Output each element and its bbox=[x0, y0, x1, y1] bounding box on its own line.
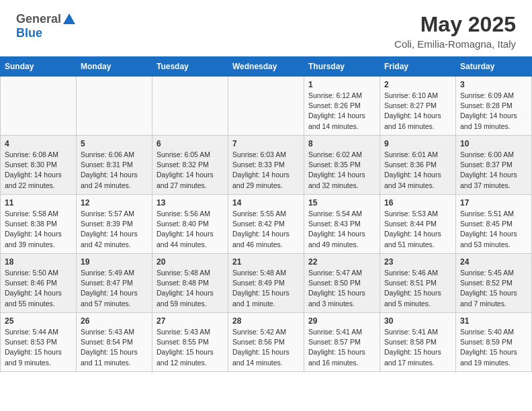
weekday-header-saturday: Saturday bbox=[456, 57, 532, 77]
day-info: Sunrise: 6:09 AMSunset: 8:28 PMDaylight:… bbox=[460, 91, 527, 132]
day-number: 21 bbox=[232, 257, 300, 267]
day-number: 1 bbox=[308, 80, 375, 89]
calendar-cell: 22Sunrise: 5:47 AMSunset: 8:50 PMDayligh… bbox=[304, 254, 380, 313]
day-number: 30 bbox=[384, 316, 451, 326]
day-number: 7 bbox=[232, 139, 300, 148]
calendar-cell: 2Sunrise: 6:10 AMSunset: 8:27 PMDaylight… bbox=[380, 77, 456, 136]
day-number: 2 bbox=[384, 80, 451, 89]
day-number: 4 bbox=[5, 139, 72, 148]
calendar-cell: 26Sunrise: 5:43 AMSunset: 8:54 PMDayligh… bbox=[77, 313, 152, 372]
day-info: Sunrise: 6:01 AMSunset: 8:36 PMDaylight:… bbox=[384, 150, 451, 191]
calendar-cell: 6Sunrise: 6:05 AMSunset: 8:32 PMDaylight… bbox=[152, 136, 228, 195]
svg-marker-0 bbox=[63, 13, 75, 24]
calendar-cell: 27Sunrise: 5:43 AMSunset: 8:55 PMDayligh… bbox=[152, 313, 228, 372]
day-info: Sunrise: 5:48 AMSunset: 8:49 PMDaylight:… bbox=[232, 268, 300, 309]
day-number: 19 bbox=[81, 257, 148, 267]
day-number: 11 bbox=[5, 198, 72, 208]
calendar-cell bbox=[1, 77, 77, 136]
day-number: 17 bbox=[460, 198, 527, 208]
day-number: 12 bbox=[81, 198, 148, 208]
day-info: Sunrise: 5:44 AMSunset: 8:53 PMDaylight:… bbox=[5, 327, 72, 368]
logo-blue-text: Blue bbox=[16, 26, 42, 40]
calendar-cell: 14Sunrise: 5:55 AMSunset: 8:42 PMDayligh… bbox=[228, 195, 304, 254]
day-number: 27 bbox=[157, 316, 224, 326]
weekday-header-row: SundayMondayTuesdayWednesdayThursdayFrid… bbox=[1, 57, 532, 77]
calendar-cell: 7Sunrise: 6:03 AMSunset: 8:33 PMDaylight… bbox=[228, 136, 304, 195]
day-info: Sunrise: 6:00 AMSunset: 8:37 PMDaylight:… bbox=[460, 150, 527, 191]
calendar-cell: 25Sunrise: 5:44 AMSunset: 8:53 PMDayligh… bbox=[1, 313, 77, 372]
weekday-header-monday: Monday bbox=[77, 57, 152, 77]
day-number: 28 bbox=[232, 316, 300, 326]
calendar-cell: 30Sunrise: 5:41 AMSunset: 8:58 PMDayligh… bbox=[380, 313, 456, 372]
day-info: Sunrise: 5:57 AMSunset: 8:39 PMDaylight:… bbox=[81, 209, 148, 250]
calendar-week-row: 18Sunrise: 5:50 AMSunset: 8:46 PMDayligh… bbox=[1, 254, 532, 313]
day-info: Sunrise: 5:43 AMSunset: 8:54 PMDaylight:… bbox=[81, 327, 148, 368]
weekday-header-tuesday: Tuesday bbox=[152, 57, 228, 77]
calendar-cell: 28Sunrise: 5:42 AMSunset: 8:56 PMDayligh… bbox=[228, 313, 304, 372]
weekday-header-sunday: Sunday bbox=[1, 57, 77, 77]
calendar-cell: 31Sunrise: 5:40 AMSunset: 8:59 PMDayligh… bbox=[456, 313, 532, 372]
calendar-cell: 13Sunrise: 5:56 AMSunset: 8:40 PMDayligh… bbox=[152, 195, 228, 254]
day-number: 3 bbox=[460, 80, 527, 89]
calendar-cell bbox=[77, 77, 152, 136]
calendar-cell: 19Sunrise: 5:49 AMSunset: 8:47 PMDayligh… bbox=[77, 254, 152, 313]
calendar-week-row: 11Sunrise: 5:58 AMSunset: 8:38 PMDayligh… bbox=[1, 195, 532, 254]
calendar-cell: 12Sunrise: 5:57 AMSunset: 8:39 PMDayligh… bbox=[77, 195, 152, 254]
weekday-header-wednesday: Wednesday bbox=[228, 57, 304, 77]
day-number: 29 bbox=[308, 316, 375, 326]
day-info: Sunrise: 6:10 AMSunset: 8:27 PMDaylight:… bbox=[384, 91, 451, 132]
day-number: 13 bbox=[157, 198, 224, 208]
day-info: Sunrise: 5:42 AMSunset: 8:56 PMDaylight:… bbox=[232, 327, 300, 368]
calendar-cell: 15Sunrise: 5:54 AMSunset: 8:43 PMDayligh… bbox=[304, 195, 380, 254]
title-block: May 2025 Coli, Emilia-Romagna, Italy bbox=[394, 12, 516, 50]
day-info: Sunrise: 5:58 AMSunset: 8:38 PMDaylight:… bbox=[5, 209, 72, 250]
day-info: Sunrise: 5:43 AMSunset: 8:55 PMDaylight:… bbox=[157, 327, 224, 368]
day-number: 26 bbox=[81, 316, 148, 326]
calendar-cell: 29Sunrise: 5:41 AMSunset: 8:57 PMDayligh… bbox=[304, 313, 380, 372]
calendar-cell: 1Sunrise: 6:12 AMSunset: 8:26 PMDaylight… bbox=[304, 77, 380, 136]
day-number: 16 bbox=[384, 198, 451, 208]
calendar-cell: 4Sunrise: 6:08 AMSunset: 8:30 PMDaylight… bbox=[1, 136, 77, 195]
day-info: Sunrise: 5:48 AMSunset: 8:48 PMDaylight:… bbox=[157, 268, 224, 309]
day-number: 23 bbox=[384, 257, 451, 267]
day-info: Sunrise: 5:46 AMSunset: 8:51 PMDaylight:… bbox=[384, 268, 451, 309]
calendar-cell: 3Sunrise: 6:09 AMSunset: 8:28 PMDaylight… bbox=[456, 77, 532, 136]
day-info: Sunrise: 6:06 AMSunset: 8:31 PMDaylight:… bbox=[81, 150, 148, 191]
calendar-cell: 18Sunrise: 5:50 AMSunset: 8:46 PMDayligh… bbox=[1, 254, 77, 313]
day-info: Sunrise: 5:40 AMSunset: 8:59 PMDaylight:… bbox=[460, 327, 527, 368]
day-info: Sunrise: 5:55 AMSunset: 8:42 PMDaylight:… bbox=[232, 209, 300, 250]
calendar-cell bbox=[152, 77, 228, 136]
day-info: Sunrise: 5:41 AMSunset: 8:57 PMDaylight:… bbox=[308, 327, 375, 368]
day-number: 15 bbox=[308, 198, 375, 208]
day-info: Sunrise: 6:05 AMSunset: 8:32 PMDaylight:… bbox=[157, 150, 224, 191]
day-number: 10 bbox=[460, 139, 527, 148]
day-number: 22 bbox=[308, 257, 375, 267]
day-info: Sunrise: 5:50 AMSunset: 8:46 PMDaylight:… bbox=[5, 268, 72, 309]
calendar-week-row: 4Sunrise: 6:08 AMSunset: 8:30 PMDaylight… bbox=[1, 136, 532, 195]
calendar-cell: 5Sunrise: 6:06 AMSunset: 8:31 PMDaylight… bbox=[77, 136, 152, 195]
calendar-subtitle: Coli, Emilia-Romagna, Italy bbox=[394, 38, 516, 50]
calendar-cell: 8Sunrise: 6:02 AMSunset: 8:35 PMDaylight… bbox=[304, 136, 380, 195]
day-number: 6 bbox=[157, 139, 224, 148]
calendar-table: SundayMondayTuesdayWednesdayThursdayFrid… bbox=[0, 56, 532, 372]
day-info: Sunrise: 5:47 AMSunset: 8:50 PMDaylight:… bbox=[308, 268, 375, 309]
calendar-cell bbox=[228, 77, 304, 136]
day-info: Sunrise: 5:53 AMSunset: 8:44 PMDaylight:… bbox=[384, 209, 451, 250]
logo-icon bbox=[62, 12, 77, 27]
logo: General Blue bbox=[16, 12, 77, 40]
weekday-header-friday: Friday bbox=[380, 57, 456, 77]
calendar-cell: 9Sunrise: 6:01 AMSunset: 8:36 PMDaylight… bbox=[380, 136, 456, 195]
calendar-cell: 20Sunrise: 5:48 AMSunset: 8:48 PMDayligh… bbox=[152, 254, 228, 313]
day-number: 24 bbox=[460, 257, 527, 267]
calendar-cell: 21Sunrise: 5:48 AMSunset: 8:49 PMDayligh… bbox=[228, 254, 304, 313]
calendar-cell: 24Sunrise: 5:45 AMSunset: 8:52 PMDayligh… bbox=[456, 254, 532, 313]
day-info: Sunrise: 6:02 AMSunset: 8:35 PMDaylight:… bbox=[308, 150, 375, 191]
page-header: General Blue May 2025 Coli, Emilia-Romag… bbox=[0, 0, 532, 56]
day-info: Sunrise: 5:49 AMSunset: 8:47 PMDaylight:… bbox=[81, 268, 148, 309]
day-number: 5 bbox=[81, 139, 148, 148]
day-info: Sunrise: 5:56 AMSunset: 8:40 PMDaylight:… bbox=[157, 209, 224, 250]
day-number: 14 bbox=[232, 198, 300, 208]
calendar-week-row: 25Sunrise: 5:44 AMSunset: 8:53 PMDayligh… bbox=[1, 313, 532, 372]
day-info: Sunrise: 5:41 AMSunset: 8:58 PMDaylight:… bbox=[384, 327, 451, 368]
day-number: 20 bbox=[157, 257, 224, 267]
